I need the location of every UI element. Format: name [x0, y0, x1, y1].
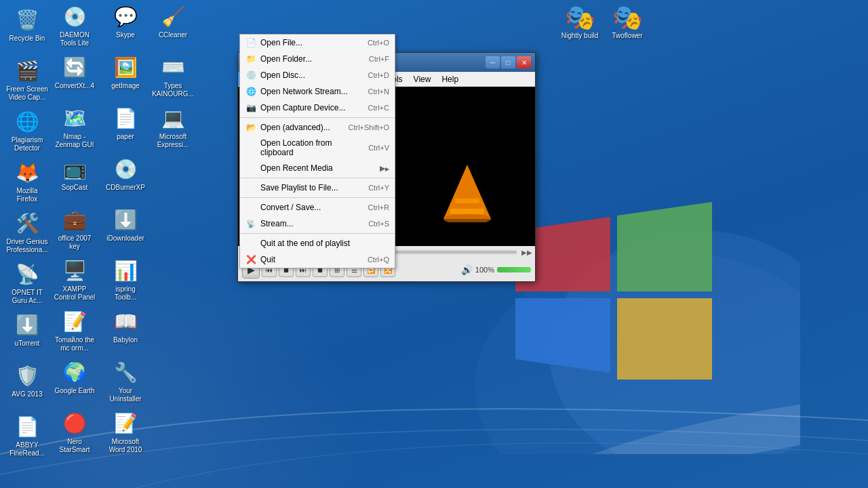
- desktop-icon-xampp[interactable]: 🖥️ XAMPP Control Panel: [51, 254, 98, 305]
- vlc-time-right: ▶▶: [521, 249, 532, 256]
- vlc-maximize-button[interactable]: □: [501, 56, 515, 68]
- dropdown-open-location[interactable]: Open Location from clipboard Ctrl+V: [240, 136, 395, 160]
- dropdown-open-disc[interactable]: 💿 Open Disc... Ctrl+D: [240, 67, 395, 83]
- dropdown-sep1: [240, 117, 395, 118]
- desktop-icon-nero[interactable]: 🔴 Nero StarSmart: [51, 407, 98, 458]
- desktop-icons-col3: 💬 Skype 🖼️ getImage 📄 paper 💿 CDBurnerXP…: [102, 0, 153, 488]
- stream-label: Stream...: [260, 219, 364, 228]
- desktop-icon-convertxt[interactable]: 🔄 ConvertXt...4: [51, 51, 98, 102]
- stream-icon: 📡: [245, 218, 256, 229]
- desktop-icon-types-kain[interactable]: ⌨️ Types KAINOURG...: [149, 51, 197, 102]
- open-disc-icon: 💿: [245, 70, 256, 81]
- open-location-label: Open Location from clipboard: [260, 138, 364, 157]
- svg-rect-5: [455, 199, 479, 203]
- dropdown-open-capture[interactable]: 📷 Open Capture Device... Ctrl+C: [240, 100, 395, 116]
- open-advanced-label: Open (advanced)...: [260, 123, 344, 132]
- dropdown-open-advanced[interactable]: 📂 Open (advanced)... Ctrl+Shift+O: [240, 119, 395, 136]
- svg-point-0: [549, 230, 800, 454]
- desktop-icon-opnet[interactable]: 📡 OPNET IT Guru Ac...: [3, 258, 51, 308]
- dropdown-open-recent[interactable]: Open Recent Media ▶: [240, 160, 395, 176]
- dropdown-convert[interactable]: Convert / Save... Ctrl+R: [240, 199, 395, 216]
- desktop: 🗑️ Recycle Bin 🎬 Freerr Screen Video Cap…: [0, 0, 868, 488]
- save-playlist-shortcut: Ctrl+Y: [368, 184, 389, 192]
- taskbar-icon-nightly[interactable]: 🎭 Nightly build: [559, 3, 600, 39]
- stream-shortcut: Ctrl+S: [368, 220, 389, 228]
- desktop-icon-firefox[interactable]: 🦊 Mozilla Firefox: [3, 156, 51, 207]
- open-advanced-shortcut: Ctrl+Shift+O: [348, 123, 389, 131]
- dropdown-sep3: [240, 197, 395, 198]
- desktop-icon-nmap[interactable]: 🗺️ Nmap - Zenmap GUI: [51, 102, 98, 152]
- convert-icon: [245, 202, 256, 213]
- desktop-icon-cdburnxp[interactable]: 💿 CDBurnerXP: [102, 152, 149, 203]
- open-capture-shortcut: Ctrl+C: [368, 104, 389, 112]
- quit-shortcut: Ctrl+Q: [368, 256, 389, 264]
- open-advanced-icon: 📂: [245, 122, 256, 133]
- desktop-icon-utorrent[interactable]: ⬇️ uTorrent: [3, 308, 51, 359]
- dropdown-save-playlist[interactable]: Save Playlist to File... Ctrl+Y: [240, 180, 395, 196]
- save-playlist-icon: [245, 182, 256, 193]
- open-location-icon: [245, 142, 256, 153]
- desktop-icon-sopcast[interactable]: 📺 SopCast: [51, 152, 98, 203]
- quit-icon: ❌: [245, 254, 256, 265]
- desktop-icons-col2: 💿 DAEMON Tools Lite 🔄 ConvertXt...4 🗺️ N…: [51, 0, 102, 488]
- open-recent-arrow: ▶: [380, 164, 389, 173]
- desktop-icon-ccleaner[interactable]: 🧹 CCleaner: [149, 0, 197, 51]
- dropdown-quit[interactable]: ❌ Quit Ctrl+Q: [240, 251, 395, 268]
- desktop-icon-google-earth[interactable]: 🌍 Google Earth: [51, 356, 98, 407]
- desktop-icon-recycle-bin[interactable]: 🗑️ Recycle Bin: [3, 3, 51, 54]
- dropdown-open-folder[interactable]: 📁 Open Folder... Ctrl+F: [240, 51, 395, 67]
- vlc-media-dropdown: 📄 Open File... Ctrl+O 📁 Open Folder... C…: [239, 34, 395, 268]
- desktop-icon-ms-express[interactable]: 💻 Microsoft Expressi...: [149, 102, 197, 152]
- convert-shortcut: Ctrl+R: [368, 203, 389, 211]
- desktop-icon-ispring[interactable]: 📊 ispring Toolb...: [102, 254, 149, 305]
- desktop-icon-freer-screen[interactable]: 🎬 Freerr Screen Video Cap...: [3, 54, 51, 105]
- desktop-icon-abbyy[interactable]: 📄 ABBYY FineRead...: [3, 410, 51, 461]
- vlc-volume-fill: [497, 267, 531, 272]
- desktop-icon-babylon[interactable]: 📖 Babylon: [102, 305, 149, 356]
- desktop-icon-tomato[interactable]: 📝 Tomайло the mc orm...: [51, 305, 98, 356]
- quit-end-icon: [245, 238, 256, 249]
- quit-end-label: Quit at the end of playlist: [260, 239, 385, 248]
- open-recent-label: Open Recent Media: [260, 163, 376, 173]
- desktop-icon-avg[interactable]: 🛡️ AVG 2013: [3, 359, 51, 410]
- vlc-minimize-button[interactable]: ─: [486, 56, 500, 68]
- open-file-shortcut: Ctrl+O: [368, 39, 389, 47]
- desktop-icon-office[interactable]: 💼 office 2007 key: [51, 203, 98, 254]
- convert-label: Convert / Save...: [260, 203, 364, 212]
- save-playlist-label: Save Playlist to File...: [260, 183, 364, 192]
- open-network-label: Open Network Stream...: [260, 87, 364, 96]
- vlc-volume-icon: 🔊: [461, 264, 473, 275]
- top-taskbar-icons: 🎭 Nightly build 🎭 Twoflower: [556, 0, 651, 43]
- dropdown-open-network[interactable]: 🌐 Open Network Stream... Ctrl+N: [240, 83, 395, 100]
- vlc-close-button[interactable]: ✕: [517, 56, 531, 68]
- open-recent-icon: [245, 163, 256, 174]
- desktop-icon-driver-genius[interactable]: 🛠️ Driver Genius Professiona...: [3, 207, 51, 258]
- desktop-icon-idownloader[interactable]: ⬇️ iDownloader: [102, 203, 149, 254]
- dropdown-open-file[interactable]: 📄 Open File... Ctrl+O: [240, 35, 395, 51]
- dropdown-quit-end[interactable]: Quit at the end of playlist: [240, 235, 395, 251]
- desktop-icon-paper[interactable]: 📄 paper: [102, 102, 149, 152]
- vlc-menu-view[interactable]: View: [408, 72, 437, 86]
- desktop-icon-getimage[interactable]: 🖼️ getImage: [102, 51, 149, 102]
- open-folder-label: Open Folder...: [260, 54, 365, 64]
- open-file-label: Open File...: [260, 38, 363, 47]
- vlc-menu-help[interactable]: Help: [436, 72, 464, 86]
- open-capture-label: Open Capture Device...: [260, 103, 364, 113]
- open-disc-label: Open Disc...: [260, 70, 364, 80]
- dropdown-sep4: [240, 233, 395, 234]
- desktop-icon-msword[interactable]: 📝 Microsoft Word 2010: [102, 407, 149, 458]
- open-folder-shortcut: Ctrl+F: [369, 55, 389, 63]
- open-network-shortcut: Ctrl+N: [368, 87, 389, 96]
- vlc-window-controls: ─ □ ✕: [486, 56, 531, 68]
- open-file-icon: 📄: [245, 37, 256, 48]
- desktop-icon-daemon[interactable]: 💿 DAEMON Tools Lite: [51, 0, 98, 51]
- desktop-icon-uninstaller[interactable]: 🔧 Your Uninstaller: [102, 356, 149, 407]
- vlc-volume-bar[interactable]: [497, 267, 531, 272]
- desktop-icon-plagiarism[interactable]: 🌐 Plagiarism Detector: [3, 105, 51, 156]
- open-disc-shortcut: Ctrl+D: [368, 71, 389, 79]
- desktop-icon-skype[interactable]: 💬 Skype: [102, 0, 149, 51]
- quit-label: Quit: [260, 255, 363, 264]
- taskbar-icon-twoflower[interactable]: 🎭 Twoflower: [607, 3, 648, 39]
- open-location-shortcut: Ctrl+V: [368, 144, 389, 152]
- dropdown-stream[interactable]: 📡 Stream... Ctrl+S: [240, 216, 395, 232]
